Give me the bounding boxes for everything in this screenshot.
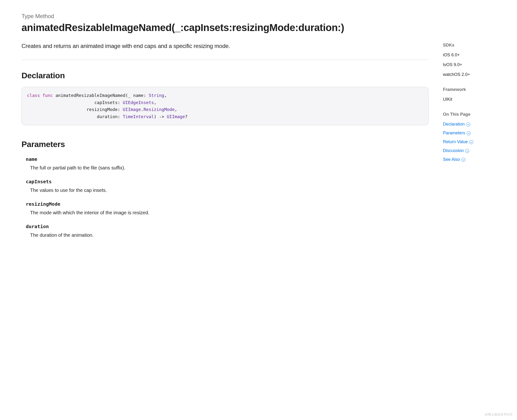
summary-text: Creates and returns an animated image wi… — [22, 42, 429, 50]
type-uiedgeinsets[interactable]: UIEdgeInsets — [123, 100, 154, 105]
page-title: animatedResizableImageNamed(_:capInsets:… — [22, 22, 495, 33]
dot: . — [141, 107, 144, 112]
comma: , — [154, 100, 156, 105]
jump-label: See Also — [443, 156, 460, 163]
jump-label: Parameters — [443, 130, 465, 136]
jump-parameters[interactable]: Parameters — [443, 130, 471, 136]
param-name: resizingMode — [26, 201, 429, 208]
sdk-item: tvOS 9.0+ — [443, 61, 495, 68]
p3-name: resizingMode — [86, 107, 117, 112]
sidebar: SDKs iOS 6.0+ tvOS 9.0+ watchOS 2.0+ Fra… — [443, 42, 495, 165]
jump-label: Declaration — [443, 121, 465, 128]
optional-mark: ? — [185, 114, 187, 119]
sdks-list: iOS 6.0+ tvOS 9.0+ watchOS 2.0+ — [443, 52, 495, 78]
sdk-item: watchOS 2.0+ — [443, 71, 495, 78]
p4-name: duration — [97, 114, 118, 119]
jump-discussion[interactable]: Discussion — [443, 148, 469, 154]
paren-open: ( — [125, 93, 128, 98]
param-name: name — [26, 156, 429, 163]
paren-close: ) — [154, 114, 156, 119]
colon: : — [117, 114, 123, 119]
comma: , — [164, 93, 167, 98]
param-name: capInsets — [26, 178, 429, 185]
param-item: name The full or partial path to the fil… — [26, 156, 429, 171]
keyword-class: class — [27, 93, 40, 98]
p2-name: capInsets — [94, 100, 118, 105]
jump-label: Return Value — [443, 139, 468, 145]
fn-name: animatedResizableImageNamed — [53, 93, 125, 98]
param-desc: The full or partial path to the file (sa… — [26, 164, 429, 171]
colon: : — [117, 100, 123, 105]
type-uiimage[interactable]: UIImage — [123, 107, 141, 112]
param-desc: The duration of the animation. — [26, 232, 429, 239]
framework-list: UIKit — [443, 96, 495, 103]
jump-list: Declaration Parameters Return Value Disc… — [443, 121, 495, 163]
colon: : — [117, 107, 123, 112]
param-item: resizingMode The mode with which the int… — [26, 201, 429, 216]
chevron-down-icon — [466, 122, 470, 127]
colon: : — [144, 93, 149, 98]
comma: , — [175, 107, 177, 112]
indent — [27, 100, 94, 105]
parameters-list: name The full or partial path to the fil… — [22, 156, 429, 239]
p1-label: _ — [128, 93, 133, 98]
sdks-heading: SDKs — [443, 42, 495, 48]
type-resizingmode[interactable]: ResizingMode — [144, 107, 175, 112]
indent — [27, 107, 86, 112]
framework-heading: Framework — [443, 86, 495, 93]
param-desc: The mode with which the interior of the … — [26, 209, 429, 216]
jump-return-value[interactable]: Return Value — [443, 139, 473, 145]
type-timeinterval[interactable]: TimeInterval — [123, 114, 154, 119]
type-return-uiimage[interactable]: UIImage — [167, 114, 185, 119]
divider — [22, 60, 429, 60]
declaration-block: class func animatedResizableImageNamed(_… — [22, 87, 429, 125]
chevron-down-icon — [467, 131, 471, 135]
framework-item: UIKit — [443, 96, 495, 103]
heading-parameters: Parameters — [22, 138, 429, 150]
heading-declaration: Declaration — [22, 69, 429, 82]
jump-declaration[interactable]: Declaration — [443, 121, 470, 128]
declaration-code: class func animatedResizableImageNamed(_… — [27, 92, 423, 120]
param-item: duration The duration of the animation. — [26, 223, 429, 239]
eyebrow: Type Method — [22, 12, 495, 21]
arrow: -> — [156, 114, 167, 119]
param-desc: The values to use for the cap insets. — [26, 187, 429, 194]
onthispage-heading: On This Page — [443, 111, 495, 118]
indent — [27, 114, 97, 119]
chevron-down-icon — [465, 149, 469, 153]
param-item: capInsets The values to use for the cap … — [26, 178, 429, 194]
jump-see-also[interactable]: See Also — [443, 156, 465, 163]
keyword-func: func — [43, 93, 53, 98]
sdk-item: iOS 6.0+ — [443, 52, 495, 58]
p1-name: name — [133, 93, 143, 98]
chevron-down-icon — [461, 158, 465, 162]
jump-label: Discussion — [443, 148, 464, 154]
chevron-down-icon — [469, 140, 473, 144]
param-name: duration — [26, 223, 429, 230]
main-content: Creates and returns an animated image wi… — [22, 42, 429, 245]
type-string[interactable]: String — [149, 93, 164, 98]
